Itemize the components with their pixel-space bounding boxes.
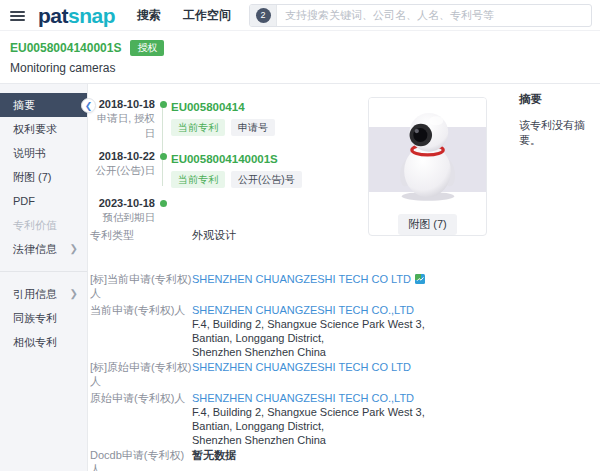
patent-number: EU0058004140001S <box>10 41 121 55</box>
field-row-current-applicant: 当前申请(专利权)人SHENZHEN CHUANGZESHI TECH CO.,… <box>90 303 600 359</box>
timeline-date-column: 2018-10-18申请日, 授权日 <box>90 97 155 141</box>
sidebar: 摘要权利要求说明书附图 (7)PDF专利价值法律信息❯引用信息❯同族专利相似专利 <box>0 84 88 471</box>
main-panel: 2018-10-18申请日, 授权日EU005800414当前专利申请号2018… <box>88 84 600 471</box>
field-label: [标]原始申请(专利权)人 <box>90 360 192 388</box>
badge-current-patent: 当前专利 <box>171 171 225 188</box>
nav-search[interactable]: 搜索 <box>137 7 161 24</box>
timeline-date: 2018-10-18 <box>90 97 155 111</box>
sidebar-item-label: 专利价值 <box>13 218 57 233</box>
field-value: SHENZHEN CHUANGZESHI TECH CO.,LTDF.4, Bu… <box>192 391 462 447</box>
top-header: patsnap 搜索 工作空间 2 <box>0 0 600 31</box>
field-value: SHENZHEN CHUANGZESHI TECH CO.,LTDF.4, Bu… <box>192 303 462 359</box>
applicant-address-line: Shenzhen Shenzhen China <box>192 345 462 359</box>
sidebar-item-legal-info[interactable]: 法律信息❯ <box>0 237 87 261</box>
field-row-std-original-applicant: [标]原始申请(专利权)人SHENZHEN CHUANGZESHI TECH C… <box>90 360 600 388</box>
chevron-right-icon: ❯ <box>70 289 78 299</box>
sidebar-item-label: 引用信息 <box>13 287 57 302</box>
sidebar-item-label: 相似专利 <box>13 335 57 350</box>
field-link[interactable]: SHENZHEN CHUANGZESHI TECH CO.,LTD <box>192 392 414 404</box>
sidebar-item-label: 权利要求 <box>13 122 57 137</box>
field-label: [标]当前申请(专利权)人 <box>90 272 192 300</box>
applicant-address-line: F.4, Building 2, Shangxue Science Park W… <box>192 405 462 433</box>
field-value: 外观设计 <box>192 228 236 242</box>
content-area: 摘要权利要求说明书附图 (7)PDF专利价值法律信息❯引用信息❯同族专利相似专利… <box>0 84 600 471</box>
timeline-dot-column <box>155 149 171 188</box>
abstract-heading: 摘要 <box>519 92 599 107</box>
field-label: 专利类型 <box>90 228 192 242</box>
patent-title-bar: EU0058004140001S 授权 Monitoring cameras <box>0 31 600 84</box>
timeline-date: 2023-10-18 <box>90 196 155 210</box>
sidebar-item-family-patents[interactable]: 同族专利 <box>0 306 87 330</box>
timeline-dot <box>160 101 167 108</box>
field-link[interactable]: SHENZHEN CHUANGZESHI TECH CO LTD <box>192 273 411 285</box>
field-value: SHENZHEN CHUANGZESHI TECH CO LTD <box>192 360 411 388</box>
company-profile-icon[interactable] <box>415 273 425 283</box>
field-row-patent-type: 专利类型外观设计 <box>90 228 600 242</box>
field-value: SHENZHEN CHUANGZESHI TECH CO LTD <box>192 272 425 300</box>
field-value: 暂无数据 <box>192 448 236 471</box>
sidebar-item-similar-patents[interactable]: 相似专利 <box>0 330 87 354</box>
status-badge: 授权 <box>130 40 164 56</box>
sidebar-item-citation-info[interactable]: 引用信息❯ <box>0 282 87 306</box>
timeline-line <box>162 106 163 186</box>
sidebar-item-abstract[interactable]: 摘要 <box>0 93 87 117</box>
nav-workspace[interactable]: 工作空间 <box>183 7 231 24</box>
field-link[interactable]: SHENZHEN CHUANGZESHI TECH CO LTD <box>192 361 411 373</box>
timeline-dot <box>160 200 167 207</box>
patent-number-link[interactable]: EU0058004140001S <box>171 152 278 166</box>
patent-design-image[interactable] <box>369 98 486 210</box>
search-count-chip[interactable]: 2 <box>250 5 277 26</box>
logo-part-snap: snap <box>68 4 115 27</box>
sidebar-item-label: 摘要 <box>13 98 35 113</box>
field-row-original-applicant: 原始申请(专利权)人SHENZHEN CHUANGZESHI TECH CO.,… <box>90 391 600 447</box>
sidebar-item-label: 同族专利 <box>13 311 57 326</box>
abstract-panel: 摘要 该专利没有摘要。 <box>519 92 599 148</box>
patent-image-card: 附图 (7) <box>368 97 487 236</box>
badge-number-type: 申请号 <box>231 119 275 136</box>
sidebar-item-label: 说明书 <box>13 146 46 161</box>
sidebar-item-patent-value: 专利价值 <box>0 213 87 237</box>
sidebar-item-description[interactable]: 说明书 <box>0 141 87 165</box>
camera-device-illustration <box>383 104 473 204</box>
sidebar-item-label: PDF <box>13 195 35 207</box>
sidebar-item-claims[interactable]: 权利要求 <box>0 117 87 141</box>
timeline-dot <box>160 153 167 160</box>
field-label: Docdb申请(专利权)人 <box>90 448 192 471</box>
field-row-std-current-applicant: [标]当前申请(专利权)人SHENZHEN CHUANGZESHI TECH C… <box>90 272 600 300</box>
logo-part-pat: pat <box>38 4 68 27</box>
timeline-date-label: 申请日, 授权日 <box>90 111 155 141</box>
field-text-value: 暂无数据 <box>192 449 236 461</box>
patent-number-link[interactable]: EU005800414 <box>171 100 245 114</box>
timeline-dot-column <box>155 196 171 225</box>
sidebar-item-pdf[interactable]: PDF <box>0 189 87 213</box>
sidebar-item-label: 法律信息 <box>13 242 57 257</box>
search-input[interactable] <box>277 9 591 21</box>
hamburger-menu-icon[interactable] <box>10 9 25 23</box>
search-count-badge[interactable]: 2 <box>256 8 271 23</box>
field-text-value: 外观设计 <box>192 229 236 241</box>
sidebar-item-drawings[interactable]: 附图 (7) <box>0 165 87 189</box>
badge-current-patent: 当前专利 <box>171 119 225 136</box>
sidebar-divider <box>0 271 87 272</box>
field-row-docdb-applicant: Docdb申请(专利权)人暂无数据 <box>90 448 600 471</box>
timeline-entry: 2023-10-18预估到期日 <box>90 196 600 225</box>
timeline-date-column: 2023-10-18预估到期日 <box>90 196 155 225</box>
abstract-body: 该专利没有摘要。 <box>519 118 599 148</box>
sidebar-item-label: 附图 (7) <box>13 170 52 185</box>
applicant-address-line: Shenzhen Shenzhen China <box>192 433 462 447</box>
applicant-address-line: F.4, Building 2, Shangxue Science Park W… <box>192 317 462 345</box>
patent-title: Monitoring cameras <box>10 61 590 75</box>
field-link[interactable]: SHENZHEN CHUANGZESHI TECH CO.,LTD <box>192 304 414 316</box>
patsnap-logo[interactable]: patsnap <box>38 5 115 26</box>
sidebar-collapse-button[interactable]: ❮ <box>81 98 96 113</box>
badge-number-type: 公开(公告)号 <box>231 171 302 188</box>
timeline-date: 2018-10-22 <box>90 149 155 163</box>
drawings-button[interactable]: 附图 (7) <box>398 214 457 235</box>
timeline-entry: 2018-10-22公开(公告)日EU0058004140001S当前专利公开(… <box>90 149 600 188</box>
bibliographic-fields: 专利类型外观设计[标]当前申请(专利权)人SHENZHEN CHUANGZESH… <box>90 228 600 471</box>
timeline-date-label: 公开(公告)日 <box>90 163 155 178</box>
timeline-dot-column <box>155 97 171 141</box>
field-label: 原始申请(专利权)人 <box>90 391 192 447</box>
chevron-right-icon: ❯ <box>70 244 78 254</box>
global-search-box[interactable]: 2 <box>249 4 592 27</box>
